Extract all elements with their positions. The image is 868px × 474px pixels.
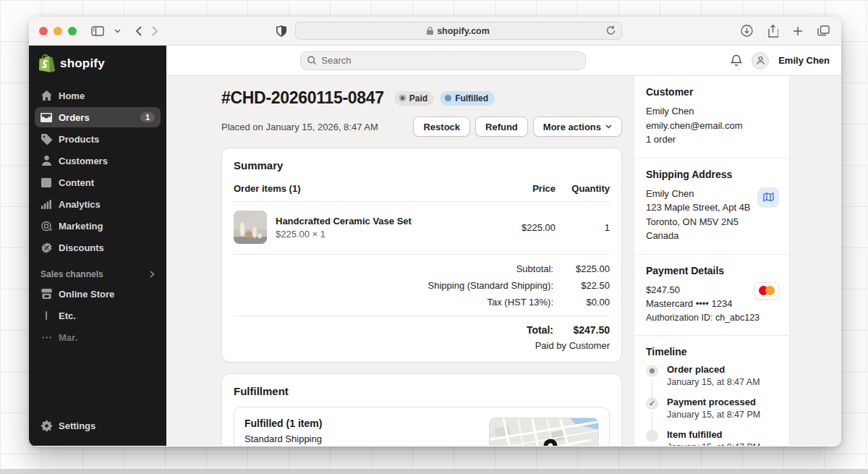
marketing-icon (41, 221, 52, 232)
minimize-window-button[interactable] (54, 27, 62, 35)
pipe-icon (41, 311, 52, 320)
address-bar[interactable]: shopify.com (295, 22, 622, 40)
close-window-button[interactable] (39, 27, 48, 35)
sidebar-item-label: Online Store (59, 289, 114, 300)
sidebar-toggle-icon[interactable] (90, 25, 106, 38)
sidebar-item-mar[interactable]: Mar. (35, 327, 161, 347)
content-icon (41, 178, 52, 187)
sidebar-item-label: Discounts (59, 242, 104, 253)
view-map-button[interactable] (757, 187, 779, 208)
avatar[interactable] (752, 52, 769, 69)
more-actions-button[interactable]: More actions (533, 117, 622, 137)
tag-icon (41, 134, 52, 145)
product-thumbnail (234, 211, 267, 244)
browser-toolbar: shopify.com (29, 17, 841, 46)
gear-icon (41, 420, 52, 431)
sidebar-item-marketing[interactable]: Marketing (35, 216, 161, 236)
sidebar-item-label: Products (59, 134, 99, 145)
sales-channels-header[interactable]: Sales channels (29, 259, 166, 284)
sidebar-item-label: Customers (59, 156, 108, 166)
sidebar-item-discounts[interactable]: Discounts (35, 237, 161, 258)
shipping-address-title: Shipping Address (646, 169, 778, 180)
customer-email[interactable]: emily.chen@email.com (646, 119, 778, 133)
privacy-shield-icon[interactable] (275, 24, 288, 38)
back-button[interactable] (134, 25, 143, 38)
admin-header: Emily Chen (166, 46, 841, 76)
sidebar-item-products[interactable]: Products (35, 129, 161, 149)
bar-chart-icon (41, 200, 52, 209)
orders-icon (41, 113, 52, 122)
product-name[interactable]: Handcrafted Ceramic Vase Set (276, 216, 487, 227)
timeline-event-item-fulfilled: Item fulfilled January 15, at 8:47 PM (646, 429, 778, 446)
fulfillment-map-thumbnail[interactable] (489, 418, 599, 446)
product-price-qty: $225.00 × 1 (276, 229, 487, 240)
order-placed-date: Placed on January 15, 2026, 8:47 AM (221, 122, 378, 132)
orders-count-badge: 1 (140, 112, 155, 122)
downloads-icon[interactable] (739, 23, 754, 38)
timeline-check-icon: ✓ (646, 397, 658, 410)
new-tab-icon[interactable] (791, 25, 804, 38)
shopify-logo[interactable]: shopify (29, 46, 166, 80)
storefront-icon (41, 289, 52, 299)
address-line2: Toronto, ON M5V 2N5 (646, 215, 778, 229)
sidebar-item-customers[interactable]: Customers (35, 151, 161, 171)
restock-button[interactable]: Restock (413, 117, 470, 137)
sidebar-item-orders[interactable]: Orders 1 (35, 107, 161, 127)
order-item-row[interactable]: Handcrafted Ceramic Vase Set $225.00 × 1… (234, 202, 610, 255)
sidebar-item-home[interactable]: Home (35, 85, 161, 106)
notifications-bell-icon[interactable] (731, 54, 742, 67)
browser-window: shopify.com (29, 17, 841, 447)
person-icon (41, 156, 52, 166)
timeline-circle-icon (646, 430, 658, 442)
customer-order-count: 1 order (646, 132, 778, 147)
map-icon (763, 192, 774, 202)
subtotal-row: Subtotal: $225.00 (234, 263, 610, 274)
traffic-lights (39, 27, 77, 35)
url-text: shopify.com (437, 26, 490, 36)
sidebar-item-label: Orders (59, 112, 90, 123)
shipping-method: Standard Shipping (244, 433, 480, 444)
refund-button[interactable]: Refund (475, 117, 528, 137)
item-quantity: 1 (556, 222, 610, 233)
sidebar-item-content[interactable]: Content (35, 172, 161, 192)
address-line3: Canada (646, 229, 778, 243)
user-name[interactable]: Emily Chen (778, 55, 830, 66)
sidebar-item-etc[interactable]: Etc. (35, 305, 161, 326)
quantity-column-header: Quantity (556, 183, 610, 194)
sidebar-item-settings[interactable]: Settings (35, 415, 161, 436)
timeline-dot-icon (646, 365, 658, 377)
search-field[interactable] (300, 51, 586, 70)
share-icon[interactable] (766, 23, 780, 39)
sidebar-options-chevron-icon[interactable] (113, 27, 122, 35)
timeline-event-order-placed: Order placed January 15, at 8:47 AM (646, 364, 778, 397)
summary-card: Summary Order items (1) Price Quantity (221, 148, 622, 363)
order-details-panel: Customer Emily Chen emily.chen@email.com… (634, 76, 790, 446)
reload-icon[interactable] (606, 25, 616, 35)
forward-button[interactable] (150, 25, 160, 38)
price-column-header: Price (487, 183, 556, 194)
lock-icon (427, 27, 433, 35)
total-row: Total: $247.50 (234, 316, 610, 336)
search-input[interactable] (321, 55, 579, 66)
fulfillment-card: Fulfillment Fulfilled (1 item) Standard … (221, 373, 622, 446)
paid-status-badge: Paid (394, 91, 434, 106)
tab-overview-icon[interactable] (816, 24, 831, 38)
summary-title: Summary (234, 159, 610, 172)
order-items-count: Order items (1) (234, 183, 487, 194)
timeline-event-payment-processed: ✓ Payment processed January 15, at 8:47 … (646, 397, 778, 429)
home-icon (41, 90, 52, 101)
fulfillment-status: Fulfilled (1 item) (244, 418, 480, 429)
payment-details-title: Payment Details (646, 265, 778, 276)
sidebar-item-label: Analytics (59, 199, 101, 210)
payment-authorization: Authorization ID: ch_abc123 (646, 311, 778, 325)
order-totals: Subtotal: $225.00 Shipping (Standard Shi… (234, 255, 610, 351)
sidebar-item-label: Content (59, 177, 94, 188)
sidebar-item-analytics[interactable]: Analytics (35, 194, 161, 214)
sidebar-item-label: Home (59, 90, 85, 101)
chevron-down-icon (605, 124, 612, 129)
discount-icon (41, 242, 52, 253)
sidebar-item-online-store[interactable]: Online Store (35, 284, 161, 304)
timeline-title: Timeline (646, 346, 778, 357)
tax-row: Tax (HST 13%): $0.00 (234, 297, 610, 308)
zoom-window-button[interactable] (68, 27, 77, 35)
